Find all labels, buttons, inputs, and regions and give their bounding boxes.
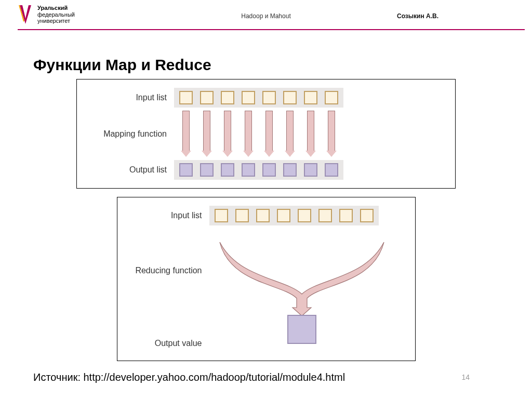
output-cell [262,163,276,177]
reduce-function-label: Reducing function [122,229,209,275]
page-number: 14 [461,373,470,381]
slide: Уральский федеральный университет Hadoop… [0,0,532,399]
input-cell [304,91,317,104]
input-cell [339,209,353,222]
slide-header: Уральский федеральный университет Hadoop… [0,0,532,33]
down-arrow-icon [325,111,338,157]
map-output-strip [174,160,447,180]
input-cell [215,209,228,222]
input-cell [262,91,276,104]
down-arrow-icon [262,111,276,157]
reduce-output-label: Output value [122,339,209,348]
input-cell [242,91,255,104]
output-cell [242,163,255,177]
map-input-row: Input list [81,88,447,108]
input-cell [318,209,332,222]
input-cell [283,91,297,104]
slide-content: Input list Mapping function Output list [0,79,532,361]
funnel-icon [209,242,396,315]
map-output-label: Output list [81,165,174,175]
input-cell [360,209,374,222]
logo-line1: Уральский [37,5,68,11]
reduce-output-cell [287,315,316,344]
reduce-input-strip [209,206,407,225]
input-cell [200,91,214,104]
map-output-row: Output list [81,160,447,180]
reduce-function-row: Reducing function [122,229,407,348]
output-cell [200,163,214,177]
page-title: Функции Map и Reduce [33,56,211,74]
down-arrow-icon [200,111,214,157]
output-cell [221,163,234,177]
input-cell [179,91,193,104]
source-citation: Источник: http://developer.yahoo.com/had… [33,371,345,383]
input-cell [298,209,311,222]
down-arrow-icon [242,111,255,157]
map-function-row: Mapping function [81,110,447,158]
header-rule [18,29,525,30]
input-cell [277,209,290,222]
down-arrow-icon [304,111,317,157]
output-cell [179,163,193,177]
input-cell [325,91,338,104]
output-cell [325,163,338,177]
header-subject: Hadoop и Mahout [0,12,532,20]
input-cell [235,209,249,222]
map-input-strip [174,88,447,108]
input-cell [221,91,234,104]
map-diagram: Input list Mapping function Output list [76,79,456,189]
map-input-label: Input list [81,93,174,102]
reduce-input-label: Input list [122,211,209,220]
reduce-input-row: Input list [122,206,407,225]
down-arrow-icon [283,111,297,157]
header-author: Созыкин А.В. [397,12,438,20]
reduce-funnel [209,229,407,348]
reduce-diagram: Input list Reducing function Output valu… [117,197,416,361]
output-cell [304,163,317,177]
map-arrows [174,110,447,158]
output-cell [283,163,297,177]
map-function-label: Mapping function [81,129,174,139]
input-cell [256,209,270,222]
down-arrow-icon [179,111,193,157]
down-arrow-icon [221,111,234,157]
